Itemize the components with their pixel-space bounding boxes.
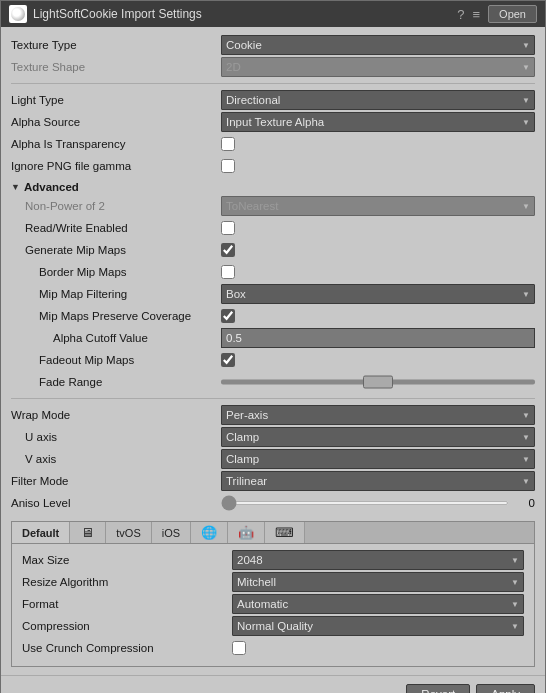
- aniso-slider[interactable]: [221, 501, 509, 505]
- crunch-checkbox[interactable]: [232, 641, 246, 655]
- tab-desktop[interactable]: 🖥: [70, 522, 106, 543]
- tab-android[interactable]: 🤖: [228, 522, 265, 543]
- fade-range-row: Fade Range: [11, 372, 535, 392]
- fadeout-mip-row: Fadeout Mip Maps: [11, 350, 535, 370]
- alpha-transparency-row: Alpha Is Transparency: [11, 134, 535, 154]
- alpha-transparency-checkbox[interactable]: [221, 137, 235, 151]
- filter-mode-control: Trilinear: [221, 471, 535, 491]
- title-bar-right: ? ≡ Open: [457, 5, 537, 23]
- tab-default[interactable]: Default: [12, 522, 70, 543]
- read-write-checkbox[interactable]: [221, 221, 235, 235]
- light-type-select-wrapper: Directional: [221, 90, 535, 110]
- crunch-row: Use Crunch Compression: [22, 638, 524, 658]
- light-type-select[interactable]: Directional: [221, 90, 535, 110]
- crunch-label: Use Crunch Compression: [22, 642, 232, 654]
- max-size-select[interactable]: 2048: [232, 550, 524, 570]
- advanced-label: Advanced: [24, 181, 79, 193]
- format-label: Format: [22, 598, 232, 610]
- fade-handle[interactable]: [363, 376, 393, 389]
- generate-mip-checkbox[interactable]: [221, 243, 235, 257]
- fade-slider[interactable]: [221, 375, 535, 389]
- border-mip-row: Border Mip Maps: [11, 262, 535, 282]
- filter-mode-label: Filter Mode: [11, 475, 221, 487]
- android-icon: 🤖: [238, 525, 254, 540]
- apply-button[interactable]: Apply: [476, 684, 535, 693]
- border-mip-checkbox[interactable]: [221, 265, 235, 279]
- wrap-mode-select[interactable]: Per-axis: [221, 405, 535, 425]
- open-button[interactable]: Open: [488, 5, 537, 23]
- texture-shape-row: Texture Shape 2D: [11, 57, 535, 77]
- ignore-png-label: Ignore PNG file gamma: [11, 160, 221, 172]
- fade-range-label: Fade Range: [11, 376, 221, 388]
- format-select-wrapper: Automatic: [232, 594, 524, 614]
- revert-button[interactable]: Revert: [406, 684, 470, 693]
- non-power-label: Non-Power of 2: [11, 200, 221, 212]
- alpha-source-control: Input Texture Alpha: [221, 112, 535, 132]
- wrap-mode-label: Wrap Mode: [11, 409, 221, 421]
- max-size-select-wrapper: 2048: [232, 550, 524, 570]
- title-bar: LightSoftCookie Import Settings ? ≡ Open: [1, 1, 545, 27]
- alpha-cutoff-input[interactable]: [221, 328, 535, 348]
- format-select[interactable]: Automatic: [232, 594, 524, 614]
- generate-mip-label: Generate Mip Maps: [11, 244, 221, 256]
- v-axis-row: V axis Clamp: [11, 449, 535, 469]
- mip-filter-control: Box: [221, 284, 535, 304]
- menu-icon[interactable]: ≡: [472, 7, 480, 22]
- ignore-png-row: Ignore PNG file gamma: [11, 156, 535, 176]
- mip-filter-select[interactable]: Box: [221, 284, 535, 304]
- tab-ios[interactable]: iOS: [152, 522, 191, 543]
- compression-control: Normal Quality: [232, 616, 524, 636]
- filter-mode-select[interactable]: Trilinear: [221, 471, 535, 491]
- alpha-source-select[interactable]: Input Texture Alpha: [221, 112, 535, 132]
- texture-type-select[interactable]: Cookie: [221, 35, 535, 55]
- crunch-control: [232, 641, 524, 655]
- preserve-coverage-checkbox[interactable]: [221, 309, 235, 323]
- webgl-icon: 🌐: [201, 525, 217, 540]
- alpha-transparency-label: Alpha Is Transparency: [11, 138, 221, 150]
- u-axis-row: U axis Clamp: [11, 427, 535, 447]
- help-icon[interactable]: ?: [457, 7, 464, 22]
- aniso-value: 0: [515, 497, 535, 509]
- alpha-transparency-control: [221, 137, 535, 151]
- aniso-level-row: Aniso Level 0: [11, 493, 535, 513]
- fade-range-control: [221, 375, 535, 389]
- window-icon: [9, 5, 27, 23]
- non-power-row: Non-Power of 2 ToNearest: [11, 196, 535, 216]
- texture-shape-select-wrapper: 2D: [221, 57, 535, 77]
- compression-label: Compression: [22, 620, 232, 632]
- border-mip-label: Border Mip Maps: [11, 266, 221, 278]
- u-axis-select[interactable]: Clamp: [221, 427, 535, 447]
- compression-select-wrapper: Normal Quality: [232, 616, 524, 636]
- v-axis-select[interactable]: Clamp: [221, 449, 535, 469]
- filter-mode-row: Filter Mode Trilinear: [11, 471, 535, 491]
- v-axis-select-wrapper: Clamp: [221, 449, 535, 469]
- fadeout-mip-checkbox[interactable]: [221, 353, 235, 367]
- resize-algo-select[interactable]: Mitchell: [232, 572, 524, 592]
- v-axis-control: Clamp: [221, 449, 535, 469]
- bottom-bar: Revert Apply: [1, 675, 545, 693]
- read-write-label: Read/Write Enabled: [11, 222, 221, 234]
- aniso-level-label: Aniso Level: [11, 497, 221, 509]
- wrap-mode-row: Wrap Mode Per-axis: [11, 405, 535, 425]
- texture-shape-label: Texture Shape: [11, 61, 221, 73]
- max-size-label: Max Size: [22, 554, 232, 566]
- non-power-select: ToNearest: [221, 196, 535, 216]
- tab-other[interactable]: ⌨: [265, 522, 305, 543]
- texture-type-row: Texture Type Cookie: [11, 35, 535, 55]
- window-icon-inner: [11, 7, 25, 21]
- non-power-control: ToNearest: [221, 196, 535, 216]
- preserve-coverage-control: [221, 309, 535, 323]
- tab-tvos[interactable]: tvOS: [106, 522, 151, 543]
- tab-webgl[interactable]: 🌐: [191, 522, 228, 543]
- compression-select[interactable]: Normal Quality: [232, 616, 524, 636]
- tab-tvos-label: tvOS: [116, 527, 140, 539]
- advanced-section-header[interactable]: ▼ Advanced: [11, 181, 535, 193]
- v-axis-label: V axis: [11, 453, 221, 465]
- ignore-png-checkbox[interactable]: [221, 159, 235, 173]
- wrap-mode-select-wrapper: Per-axis: [221, 405, 535, 425]
- alpha-source-select-wrapper: Input Texture Alpha: [221, 112, 535, 132]
- border-mip-control: [221, 265, 535, 279]
- format-control: Automatic: [232, 594, 524, 614]
- window-title: LightSoftCookie Import Settings: [33, 7, 202, 21]
- max-size-control: 2048: [232, 550, 524, 570]
